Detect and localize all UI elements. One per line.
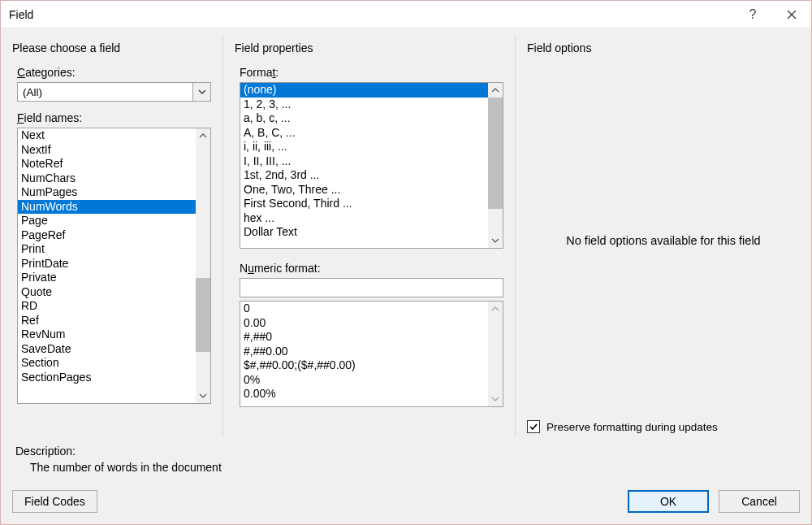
numeric-format-input[interactable]	[240, 278, 503, 297]
field-names-scrollbar[interactable]	[196, 128, 210, 403]
list-item[interactable]: Private	[18, 271, 196, 285]
field-codes-button[interactable]: Field Codes	[12, 490, 97, 513]
titlebar: Field ?	[1, 1, 811, 28]
choose-field-panel: Please choose a field Categories: (All) …	[12, 35, 223, 436]
categories-label: Categories:	[17, 66, 211, 79]
chevron-down-icon	[198, 89, 206, 94]
scroll-down-icon[interactable]	[196, 388, 210, 403]
no-field-options-text: No field options available for this fiel…	[527, 64, 800, 417]
list-item[interactable]: SaveDate	[18, 342, 196, 357]
categories-value: (All)	[18, 83, 192, 101]
field-properties-heading: Field properties	[235, 41, 503, 54]
list-item[interactable]: NumWords	[18, 200, 196, 215]
list-item[interactable]: NoteRef	[18, 157, 196, 171]
list-item[interactable]: Page	[18, 214, 196, 228]
format-listbox[interactable]: (none)1, 2, 3, ...a, b, c, ...A, B, C, .…	[240, 82, 503, 249]
field-properties-panel: Field properties Format: (none)1, 2, 3, …	[223, 35, 516, 436]
scroll-up-icon[interactable]	[488, 302, 503, 316]
list-item[interactable]: $#,##0.00;($#,##0.00)	[240, 358, 488, 373]
list-item[interactable]: 0.00%	[240, 387, 488, 401]
list-item[interactable]: 0%	[240, 373, 488, 388]
list-item[interactable]: RevNum	[18, 328, 196, 342]
list-item[interactable]: PrintDate	[18, 257, 196, 271]
preserve-formatting-checkbox[interactable]	[527, 420, 540, 433]
list-item[interactable]: hex ...	[240, 211, 488, 226]
list-item[interactable]: Dollar Text	[240, 225, 488, 240]
scroll-down-icon[interactable]	[488, 233, 503, 248]
list-item[interactable]: I, II, III, ...	[240, 154, 488, 169]
list-item[interactable]: NextIf	[18, 143, 196, 158]
scroll-up-icon[interactable]	[488, 83, 503, 98]
description-label: Description:	[15, 445, 800, 458]
list-item[interactable]: Next	[18, 128, 196, 143]
list-item[interactable]: A, B, C, ...	[240, 126, 488, 141]
list-item[interactable]: Ref	[18, 314, 196, 328]
list-item[interactable]: Quote	[18, 285, 196, 300]
list-item[interactable]: One, Two, Three ...	[240, 183, 488, 197]
field-options-panel: Field options No field options available…	[516, 35, 800, 436]
choose-field-heading: Please choose a field	[12, 41, 211, 54]
cancel-button[interactable]: Cancel	[719, 490, 800, 513]
numeric-format-listbox[interactable]: 00.00#,##0#,##0.00$#,##0.00;($#,##0.00)0…	[240, 301, 503, 407]
list-item[interactable]: #,##0.00	[240, 345, 488, 359]
list-item[interactable]: #,##0	[240, 330, 488, 345]
numeric-scrollbar[interactable]	[488, 302, 503, 406]
ok-button[interactable]: OK	[628, 490, 709, 513]
format-label: Format:	[240, 66, 503, 79]
list-item[interactable]: i, ii, iii, ...	[240, 140, 488, 154]
description-text: The number of words in the document	[15, 458, 800, 474]
scroll-down-icon[interactable]	[488, 392, 503, 406]
checkmark-icon	[529, 422, 538, 432]
list-item[interactable]: First Second, Third ...	[240, 197, 488, 211]
list-item[interactable]: 1st, 2nd, 3rd ...	[240, 168, 488, 183]
format-scrollbar[interactable]	[488, 83, 503, 248]
list-item[interactable]: SectionPages	[18, 371, 196, 385]
list-item[interactable]: a, b, c, ...	[240, 111, 488, 126]
preserve-formatting-row[interactable]: Preserve formatting during updates	[527, 420, 800, 433]
list-item[interactable]: NumPages	[18, 185, 196, 200]
dialog-body: Please choose a field Categories: (All) …	[1, 28, 811, 524]
list-item[interactable]: 0.00	[240, 316, 488, 331]
scroll-up-icon[interactable]	[196, 128, 210, 143]
list-item[interactable]: (none)	[240, 83, 488, 98]
field-names-label: Field names:	[17, 111, 211, 124]
list-item[interactable]: PageRef	[18, 228, 196, 243]
field-options-heading: Field options	[527, 41, 800, 54]
categories-combobox[interactable]: (All)	[17, 82, 211, 102]
close-icon	[787, 10, 797, 20]
field-dialog: Field ? Please choose a field Categories…	[0, 0, 812, 525]
categories-dropdown-button[interactable]	[192, 83, 210, 101]
list-item[interactable]: 0	[240, 302, 488, 316]
list-item[interactable]: NumChars	[18, 171, 196, 186]
list-item[interactable]: Print	[18, 242, 196, 257]
window-title: Field	[1, 8, 733, 21]
list-item[interactable]: RD	[18, 299, 196, 314]
description-block: Description: The number of words in the …	[12, 436, 800, 474]
list-item[interactable]: 1, 2, 3, ...	[240, 98, 488, 112]
close-button[interactable]	[772, 1, 811, 28]
numeric-format-label: Numeric format:	[240, 262, 503, 275]
preserve-formatting-label: Preserve formatting during updates	[546, 421, 718, 433]
list-item[interactable]: Section	[18, 356, 196, 371]
field-names-listbox[interactable]: NextNextIfNoteRefNumCharsNumPagesNumWord…	[17, 128, 211, 404]
help-button[interactable]: ?	[733, 1, 772, 28]
dialog-footer: Field Codes OK Cancel	[12, 474, 800, 513]
